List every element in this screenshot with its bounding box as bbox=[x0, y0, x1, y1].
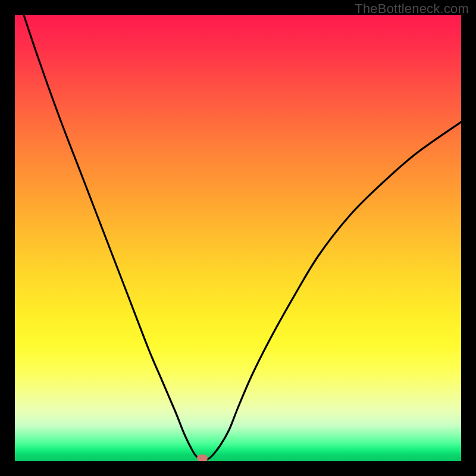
watermark-text: TheBottleneck.com bbox=[355, 1, 469, 17]
minimum-marker bbox=[197, 455, 208, 461]
plot-area bbox=[15, 15, 461, 461]
bottleneck-curve bbox=[15, 15, 461, 461]
chart-frame: TheBottleneck.com bbox=[0, 0, 476, 476]
